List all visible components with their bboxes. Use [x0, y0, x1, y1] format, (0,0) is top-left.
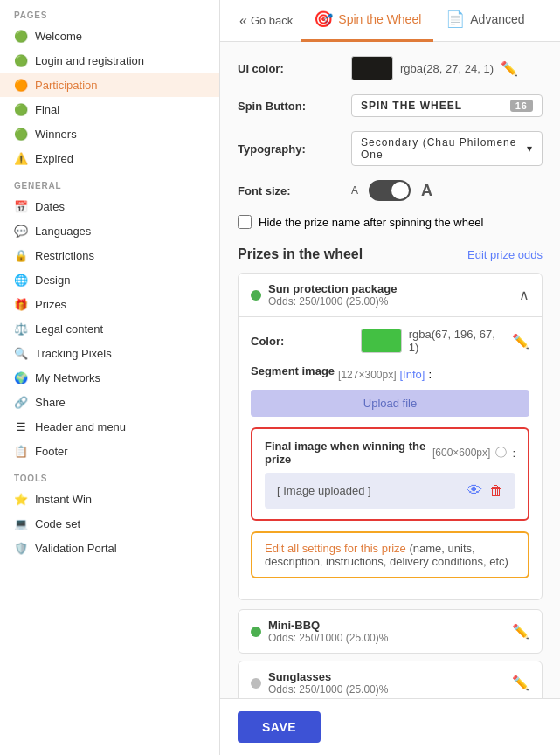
sidebar-item-prizes[interactable]: 🎁 Prizes — [0, 292, 219, 316]
sidebar-item-label: Restrictions — [35, 249, 94, 262]
lock-icon: 🔒 — [14, 248, 28, 262]
sidebar-item-label: Tracking Pixels — [35, 347, 112, 360]
prize-color-row: Color: rgba(67, 196, 67, 1) ✏️ — [251, 328, 529, 354]
sidebar-item-label: Welcome — [35, 30, 82, 43]
share-icon: 🔗 — [14, 395, 28, 409]
sidebar-item-expired[interactable]: ⚠️ Expired — [0, 146, 219, 170]
typography-row: Typography: Secondary (Chau Philomene On… — [238, 131, 543, 166]
sidebar-item-dates[interactable]: 📅 Dates — [0, 194, 219, 218]
prize-left-2: Sunglasses Odds: 250/1000 (25.00)% — [251, 670, 388, 696]
ui-color-value: rgba(28, 27, 24, 1) ✏️ — [351, 56, 543, 80]
tab-advanced[interactable]: 📄 Advanced — [433, 0, 536, 42]
back-button[interactable]: « Go back — [231, 8, 301, 34]
footer-icon: 📋 — [14, 444, 28, 458]
spin-wheel-icon: 🎯 — [314, 10, 333, 29]
typography-text: Secondary (Chau Philomene One — [361, 136, 527, 161]
final-image-header: Final image when winning the prize [600×… — [265, 440, 515, 466]
back-label: Go back — [251, 14, 293, 27]
sidebar: PAGES 🟢 Welcome 🟢 Login and registration… — [0, 0, 220, 755]
spin-button-badge: 16 — [510, 100, 533, 112]
delete-icon[interactable]: 🗑 — [489, 483, 503, 499]
edit-settings-box: Edit all settings for this prize (name, … — [251, 531, 529, 578]
prize-collapse-icon-0[interactable]: ∧ — [519, 287, 529, 303]
font-size-controls: A A — [351, 180, 543, 201]
speech-icon: 💬 — [14, 224, 28, 238]
warning-icon: ⚠️ — [14, 151, 28, 165]
sidebar-item-label: Login and registration — [35, 54, 144, 67]
segment-image-section: Segment image [127×300px] [Info] : Uploa… — [251, 364, 529, 427]
prize-detail-0: Color: rgba(67, 196, 67, 1) ✏️ Segment i… — [239, 316, 542, 599]
chevron-down-icon: ▾ — [527, 142, 533, 155]
edit-settings-link[interactable]: Edit all settings for this prize — [265, 542, 406, 555]
help-icon[interactable]: ⓘ — [495, 445, 507, 461]
prize-edit-icon-2[interactable]: ✏️ — [512, 675, 529, 691]
sidebar-item-participation[interactable]: 🟠 Participation — [0, 73, 219, 97]
sidebar-item-restrictions[interactable]: 🔒 Restrictions — [0, 243, 219, 267]
hide-prize-checkbox[interactable] — [238, 215, 252, 229]
prize-name-0: Sun protection package — [268, 282, 397, 295]
sidebar-item-label: Share — [35, 396, 66, 409]
sidebar-item-validation[interactable]: 🛡️ Validation Portal — [0, 536, 219, 560]
sidebar-item-tracking[interactable]: 🔍 Tracking Pixels — [0, 341, 219, 365]
spin-button-field[interactable]: SPIN THE WHEEL 16 — [351, 94, 543, 117]
sidebar-item-legal[interactable]: ⚖️ Legal content — [0, 316, 219, 341]
content-area: UI color: rgba(28, 27, 24, 1) ✏️ Spin Bu… — [220, 42, 560, 698]
globe-icon: 🌐 — [14, 273, 28, 287]
upload-file-button[interactable]: Upload file — [251, 390, 529, 417]
main-panel: « Go back 🎯 Spin the Wheel 📄 Advanced UI… — [220, 0, 560, 755]
sidebar-item-label: Dates — [35, 200, 65, 213]
person-icon: 🟢 — [14, 53, 28, 67]
ui-color-swatch[interactable] — [351, 56, 393, 80]
person-circle-icon: 🟠 — [14, 78, 28, 92]
prize-name-1: Mini-BBQ — [268, 619, 388, 632]
sidebar-item-footer[interactable]: 📋 Footer — [0, 439, 219, 463]
sidebar-item-label: Winners — [35, 128, 77, 141]
tab-spin-the-wheel[interactable]: 🎯 Spin the Wheel — [301, 0, 433, 42]
sidebar-item-networks[interactable]: 🌍 My Networks — [0, 365, 219, 390]
menu-icon: ☰ — [14, 419, 28, 433]
prize-odds-1: Odds: 250/1000 (25.00)% — [268, 632, 388, 644]
ui-color-edit-icon[interactable]: ✏️ — [501, 60, 518, 77]
sidebar-item-code-set[interactable]: 💻 Code set — [0, 511, 219, 536]
sidebar-item-label: Participation — [35, 79, 98, 92]
sidebar-item-share[interactable]: 🔗 Share — [0, 390, 219, 414]
doc-icon: 📄 — [446, 10, 465, 29]
toggle-thumb — [391, 182, 409, 199]
font-size-toggle[interactable] — [369, 180, 411, 201]
pages-section-header: PAGES — [0, 0, 219, 24]
tab-spin-label: Spin the Wheel — [338, 12, 421, 26]
prize-edit-icon-1[interactable]: ✏️ — [512, 623, 529, 640]
font-size-row: Font size: A A — [238, 180, 543, 201]
image-uploaded-text: [ Image uploaded ] — [277, 484, 371, 497]
sidebar-item-languages[interactable]: 💬 Languages — [0, 218, 219, 243]
prize-odds-2: Odds: 250/1000 (25.00)% — [268, 683, 388, 696]
header: « Go back 🎯 Spin the Wheel 📄 Advanced — [220, 0, 560, 42]
sidebar-item-header-menu[interactable]: ☰ Header and menu — [0, 414, 219, 439]
prize-card-0: Sun protection package Odds: 250/1000 (2… — [238, 273, 543, 600]
font-size-small-a: A — [351, 184, 358, 197]
image-uploaded-box: [ Image uploaded ] 👁 🗑 — [265, 473, 515, 509]
sidebar-item-design[interactable]: 🌐 Design — [0, 267, 219, 292]
spin-button-value: SPIN THE WHEEL 16 — [351, 94, 543, 117]
final-image-section: Final image when winning the prize [600×… — [251, 427, 529, 521]
prize-title-group-0: Sun protection package Odds: 250/1000 (2… — [251, 282, 397, 308]
sidebar-item-welcome[interactable]: 🟢 Welcome — [0, 24, 219, 48]
gift-icon: 🎁 — [14, 297, 28, 311]
sidebar-item-instant-win[interactable]: ⭐ Instant Win — [0, 487, 219, 511]
segment-info-link[interactable]: [Info] — [400, 368, 425, 381]
sidebar-item-label: Code set — [35, 517, 80, 530]
preview-icon[interactable]: 👁 — [467, 481, 482, 500]
sidebar-item-login[interactable]: 🟢 Login and registration — [0, 48, 219, 73]
sidebar-item-final[interactable]: 🟢 Final — [0, 97, 219, 121]
save-button[interactable]: SAVE — [238, 711, 321, 743]
typography-select[interactable]: Secondary (Chau Philomene One ▾ — [351, 131, 543, 166]
prizes-header: Prizes in the wheel Edit prize odds — [238, 246, 543, 262]
code-icon: 💻 — [14, 516, 28, 530]
prize-odds-0: Odds: 250/1000 (25.00)% — [268, 295, 397, 308]
back-arrow-icon: « — [239, 13, 247, 29]
prize-color-edit-icon[interactable]: ✏️ — [512, 333, 529, 350]
edit-odds-link[interactable]: Edit prize odds — [467, 248, 543, 261]
sidebar-item-winners[interactable]: 🟢 Winners — [0, 121, 219, 146]
ui-color-label: UI color: — [238, 62, 351, 75]
prize-color-swatch[interactable] — [361, 329, 401, 353]
